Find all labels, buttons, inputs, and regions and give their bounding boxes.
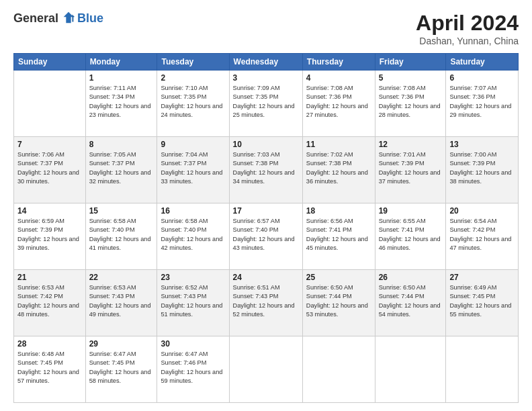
day-number: 12 <box>379 140 443 149</box>
day-info: Sunrise: 6:47 AMSunset: 7:45 PMDaylight:… <box>89 350 154 385</box>
calendar-cell: 24Sunrise: 6:51 AMSunset: 7:43 PMDayligh… <box>229 270 302 336</box>
day-number: 21 <box>17 273 82 282</box>
calendar-cell: 19Sunrise: 6:55 AMSunset: 7:41 PMDayligh… <box>375 203 446 270</box>
calendar-cell: 14Sunrise: 6:59 AMSunset: 7:39 PMDayligh… <box>14 203 86 270</box>
day-info: Sunrise: 6:59 AMSunset: 7:39 PMDaylight:… <box>17 217 82 253</box>
header: General Blue April 2024 Dashan, Yunnan, … <box>13 11 519 46</box>
calendar-cell <box>375 336 446 403</box>
day-number: 25 <box>306 273 371 282</box>
day-number: 18 <box>306 206 371 216</box>
day-number: 22 <box>89 273 154 282</box>
calendar-cell: 4Sunrise: 7:08 AMSunset: 7:36 PMDaylight… <box>302 71 375 137</box>
calendar-cell: 21Sunrise: 6:53 AMSunset: 7:42 PMDayligh… <box>14 270 86 336</box>
day-info: Sunrise: 7:02 AMSunset: 7:38 PMDaylight:… <box>306 150 371 186</box>
day-info: Sunrise: 6:57 AMSunset: 7:40 PMDaylight:… <box>233 217 299 253</box>
day-number: 13 <box>449 140 515 149</box>
calendar-cell: 3Sunrise: 7:09 AMSunset: 7:35 PMDaylight… <box>229 71 302 137</box>
calendar-cell: 30Sunrise: 6:47 AMSunset: 7:46 PMDayligh… <box>157 336 229 403</box>
day-info: Sunrise: 7:01 AMSunset: 7:39 PMDaylight:… <box>379 150 443 186</box>
day-info: Sunrise: 7:10 AMSunset: 7:35 PMDaylight:… <box>161 84 225 120</box>
logo: General Blue <box>13 11 103 26</box>
calendar-cell: 2Sunrise: 7:10 AMSunset: 7:35 PMDaylight… <box>157 71 229 137</box>
calendar-cell: 8Sunrise: 7:05 AMSunset: 7:37 PMDaylight… <box>85 137 157 203</box>
day-info: Sunrise: 7:03 AMSunset: 7:38 PMDaylight:… <box>233 150 299 186</box>
day-number: 16 <box>161 206 225 216</box>
calendar-cell: 15Sunrise: 6:58 AMSunset: 7:40 PMDayligh… <box>85 203 157 270</box>
calendar-week-row: 14Sunrise: 6:59 AMSunset: 7:39 PMDayligh… <box>14 203 519 270</box>
calendar-cell: 7Sunrise: 7:06 AMSunset: 7:37 PMDaylight… <box>14 137 86 203</box>
calendar-cell: 20Sunrise: 6:54 AMSunset: 7:42 PMDayligh… <box>446 203 519 270</box>
day-number: 17 <box>233 206 299 216</box>
day-info: Sunrise: 6:58 AMSunset: 7:40 PMDaylight:… <box>161 217 225 253</box>
logo-general-text: General <box>13 11 58 26</box>
calendar-header-sunday: Sunday <box>14 54 86 71</box>
calendar-header-thursday: Thursday <box>302 54 375 71</box>
logo-blue-text: Blue <box>77 11 103 26</box>
calendar-header-row: SundayMondayTuesdayWednesdayThursdayFrid… <box>14 54 519 71</box>
calendar-cell <box>446 336 519 403</box>
day-number: 6 <box>449 73 515 83</box>
day-info: Sunrise: 7:11 AMSunset: 7:34 PMDaylight:… <box>89 84 154 120</box>
day-info: Sunrise: 6:55 AMSunset: 7:41 PMDaylight:… <box>379 217 443 253</box>
day-number: 8 <box>89 140 154 149</box>
calendar-week-row: 1Sunrise: 7:11 AMSunset: 7:34 PMDaylight… <box>14 71 519 137</box>
page: General Blue April 2024 Dashan, Yunnan, … <box>0 0 532 411</box>
day-number: 2 <box>161 73 225 83</box>
day-info: Sunrise: 6:47 AMSunset: 7:46 PMDaylight:… <box>161 350 225 385</box>
calendar-cell: 16Sunrise: 6:58 AMSunset: 7:40 PMDayligh… <box>157 203 229 270</box>
day-info: Sunrise: 6:54 AMSunset: 7:42 PMDaylight:… <box>449 217 515 253</box>
calendar-header-wednesday: Wednesday <box>229 54 302 71</box>
day-info: Sunrise: 7:07 AMSunset: 7:36 PMDaylight:… <box>449 84 515 120</box>
day-info: Sunrise: 6:52 AMSunset: 7:43 PMDaylight:… <box>161 283 225 319</box>
calendar-header-friday: Friday <box>375 54 446 71</box>
calendar-cell: 10Sunrise: 7:03 AMSunset: 7:38 PMDayligh… <box>229 137 302 203</box>
calendar-cell: 13Sunrise: 7:00 AMSunset: 7:39 PMDayligh… <box>446 137 519 203</box>
day-number: 15 <box>89 206 154 216</box>
day-number: 5 <box>379 73 443 83</box>
day-info: Sunrise: 7:08 AMSunset: 7:36 PMDaylight:… <box>379 84 443 120</box>
day-number: 3 <box>233 73 299 83</box>
calendar-cell: 18Sunrise: 6:56 AMSunset: 7:41 PMDayligh… <box>302 203 375 270</box>
day-number: 1 <box>89 73 154 83</box>
day-number: 14 <box>17 206 82 216</box>
calendar-cell: 29Sunrise: 6:47 AMSunset: 7:45 PMDayligh… <box>85 336 157 403</box>
calendar-week-row: 28Sunrise: 6:48 AMSunset: 7:45 PMDayligh… <box>14 336 519 403</box>
day-number: 20 <box>449 206 515 216</box>
day-number: 24 <box>233 273 299 282</box>
day-info: Sunrise: 6:50 AMSunset: 7:44 PMDaylight:… <box>379 283 443 319</box>
day-number: 10 <box>233 140 299 149</box>
calendar-header-saturday: Saturday <box>446 54 519 71</box>
calendar-cell: 17Sunrise: 6:57 AMSunset: 7:40 PMDayligh… <box>229 203 302 270</box>
calendar-header-monday: Monday <box>85 54 157 71</box>
day-number: 7 <box>17 140 82 149</box>
day-info: Sunrise: 6:50 AMSunset: 7:44 PMDaylight:… <box>306 283 371 319</box>
title-section: April 2024 Dashan, Yunnan, China <box>416 11 519 46</box>
calendar-cell: 23Sunrise: 6:52 AMSunset: 7:43 PMDayligh… <box>157 270 229 336</box>
day-number: 26 <box>379 273 443 282</box>
day-number: 4 <box>306 73 371 83</box>
day-info: Sunrise: 7:08 AMSunset: 7:36 PMDaylight:… <box>306 84 371 120</box>
calendar-cell: 6Sunrise: 7:07 AMSunset: 7:36 PMDaylight… <box>446 71 519 137</box>
calendar-cell: 1Sunrise: 7:11 AMSunset: 7:34 PMDaylight… <box>85 71 157 137</box>
day-info: Sunrise: 7:05 AMSunset: 7:37 PMDaylight:… <box>89 150 154 186</box>
calendar-cell: 12Sunrise: 7:01 AMSunset: 7:39 PMDayligh… <box>375 137 446 203</box>
day-number: 23 <box>161 273 225 282</box>
month-title: April 2024 <box>416 11 519 36</box>
day-info: Sunrise: 6:48 AMSunset: 7:45 PMDaylight:… <box>17 350 82 385</box>
calendar-cell: 27Sunrise: 6:49 AMSunset: 7:45 PMDayligh… <box>446 270 519 336</box>
calendar-cell: 26Sunrise: 6:50 AMSunset: 7:44 PMDayligh… <box>375 270 446 336</box>
calendar-cell: 28Sunrise: 6:48 AMSunset: 7:45 PMDayligh… <box>14 336 86 403</box>
day-info: Sunrise: 7:00 AMSunset: 7:39 PMDaylight:… <box>449 150 515 186</box>
day-number: 28 <box>17 339 82 349</box>
day-number: 29 <box>89 339 154 349</box>
calendar-table: SundayMondayTuesdayWednesdayThursdayFrid… <box>13 53 519 403</box>
calendar-cell: 5Sunrise: 7:08 AMSunset: 7:36 PMDaylight… <box>375 71 446 137</box>
logo-icon <box>61 11 76 26</box>
location: Dashan, Yunnan, China <box>416 36 519 46</box>
day-number: 30 <box>161 339 225 349</box>
day-info: Sunrise: 6:51 AMSunset: 7:43 PMDaylight:… <box>233 283 299 319</box>
day-info: Sunrise: 6:53 AMSunset: 7:43 PMDaylight:… <box>89 283 154 319</box>
calendar-cell: 25Sunrise: 6:50 AMSunset: 7:44 PMDayligh… <box>302 270 375 336</box>
calendar-cell <box>229 336 302 403</box>
day-info: Sunrise: 6:49 AMSunset: 7:45 PMDaylight:… <box>449 283 515 319</box>
